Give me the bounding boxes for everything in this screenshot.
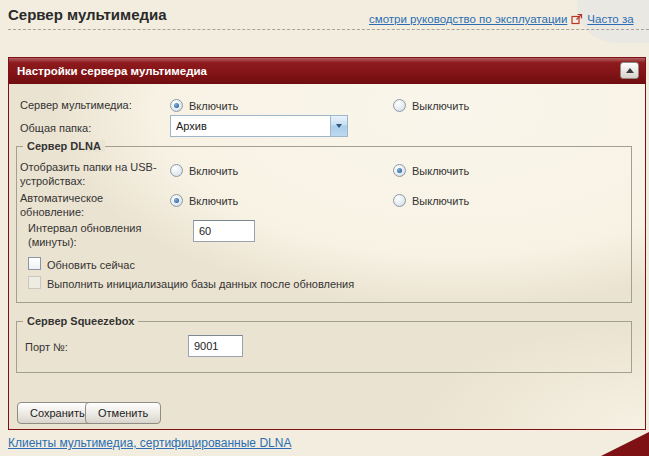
media-server-off-label: Выключить — [412, 100, 469, 112]
manual-link[interactable]: смотри руководство по эксплуатации — [369, 13, 567, 25]
port-label: Порт №: — [25, 340, 68, 354]
update-now-label: Обновить сейчас — [47, 258, 135, 272]
shared-folder-selected-value: Архив — [171, 120, 330, 132]
top-links: смотри руководство по эксплуатации Часто… — [369, 13, 634, 25]
usb-folders-on-radio[interactable] — [170, 164, 183, 177]
media-server-on-radio[interactable] — [170, 99, 183, 112]
port-input[interactable] — [188, 335, 243, 357]
cancel-button[interactable]: Отменить — [85, 402, 161, 424]
dlna-clients-link[interactable]: Клиенты мультимедиа, сертифицированные D… — [8, 436, 291, 450]
media-server-on-label: Включить — [189, 100, 238, 112]
auto-update-on-label: Включить — [189, 195, 238, 207]
chevron-down-icon — [336, 124, 342, 128]
update-interval-input[interactable] — [193, 220, 255, 242]
header-divider — [8, 29, 649, 30]
usb-folders-off-radio[interactable] — [393, 164, 406, 177]
squeezebox-fieldset: Сервер Squeezebox Порт №: — [16, 321, 632, 373]
panel-body: Сервер мультимедиа: Включить Выключить О… — [9, 84, 645, 429]
shared-folder-select[interactable]: Архив — [170, 115, 348, 137]
usb-folders-on-label: Включить — [189, 165, 238, 177]
auto-update-off-label: Выключить — [412, 195, 469, 207]
faq-link[interactable]: Часто за — [587, 13, 633, 25]
dlna-fieldset: Сервер DLNA Отобразить папки на USB- уст… — [16, 146, 632, 303]
auto-update-off-radio[interactable] — [393, 194, 406, 207]
panel-header: Настройки сервера мультимедиа — [9, 58, 645, 84]
auto-update-label: Автоматическое обновление: — [20, 191, 103, 219]
media-server-label: Сервер мультимедиа: — [20, 98, 132, 112]
settings-panel: Настройки сервера мультимедиа Сервер мул… — [8, 57, 646, 430]
chevron-up-icon — [626, 68, 634, 73]
init-database-label: Выполнить инициализацию базы данных посл… — [47, 277, 354, 291]
dropdown-arrow-button[interactable] — [330, 116, 347, 136]
external-link-icon — [571, 13, 583, 25]
init-database-checkbox — [28, 276, 41, 289]
dlna-legend: Сервер DLNA — [23, 140, 105, 152]
usb-folders-label: Отобразить папки на USB- устройствах: — [20, 160, 157, 188]
auto-update-on-radio[interactable] — [170, 194, 183, 207]
update-now-checkbox[interactable] — [28, 257, 41, 270]
page-corner-red-decoration — [601, 432, 649, 456]
panel-header-title: Настройки сервера мультимедиа — [17, 65, 207, 77]
update-interval-label: Интервал обновления (минуты): — [28, 221, 141, 249]
media-server-settings-page: Сервер мультимедиа смотри руководство по… — [0, 0, 649, 456]
page-title: Сервер мультимедиа — [8, 6, 167, 23]
media-server-off-radio[interactable] — [393, 99, 406, 112]
shared-folder-label: Общая папка: — [20, 121, 91, 135]
usb-folders-off-label: Выключить — [412, 165, 469, 177]
collapse-panel-button[interactable] — [620, 62, 639, 79]
squeezebox-legend: Сервер Squeezebox — [23, 315, 138, 327]
